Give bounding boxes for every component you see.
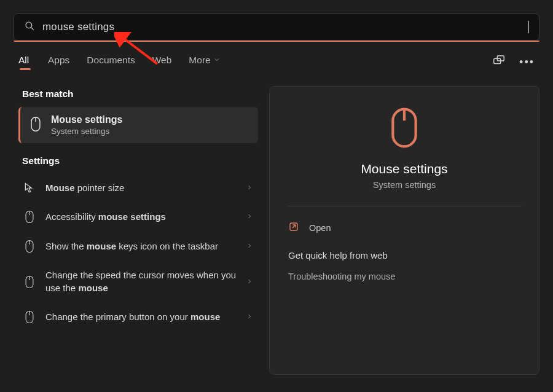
svg-line-18 bbox=[292, 225, 296, 228]
tab-label: Apps bbox=[48, 55, 69, 66]
settings-result-item[interactable]: Mouse pointer size bbox=[18, 174, 258, 202]
best-match-result[interactable]: Mouse settings System settings bbox=[18, 107, 258, 143]
tab-apps[interactable]: Apps bbox=[48, 55, 69, 69]
search-bar[interactable] bbox=[14, 14, 539, 41]
tab-active-underline bbox=[20, 68, 31, 70]
search-icon bbox=[24, 20, 35, 34]
text-caret bbox=[528, 21, 529, 33]
settings-item-label: Show the mouse keys icon on the taskbar bbox=[45, 240, 237, 253]
mouse-icon bbox=[22, 210, 37, 224]
cursor-icon bbox=[22, 182, 37, 194]
chevron-right-icon bbox=[246, 211, 253, 222]
tab-label: More bbox=[189, 55, 210, 66]
tab-label: Web bbox=[152, 55, 172, 66]
settings-result-item[interactable]: Show the mouse keys icon on the taskbar bbox=[18, 232, 258, 261]
chevron-right-icon bbox=[246, 312, 253, 323]
preview-mouse-icon bbox=[287, 105, 522, 151]
chevron-right-icon bbox=[246, 276, 253, 288]
preview-title: Mouse settings bbox=[287, 162, 522, 176]
best-match-header: Best match bbox=[22, 88, 258, 100]
tab-web[interactable]: Web bbox=[152, 55, 172, 69]
preview-subtitle: System settings bbox=[287, 180, 522, 190]
tab-documents[interactable]: Documents bbox=[87, 55, 135, 69]
best-match-title: Mouse settings bbox=[51, 114, 122, 125]
svg-point-0 bbox=[26, 22, 32, 28]
filter-tabs: All Apps Documents Web More ••• bbox=[0, 42, 553, 70]
svg-line-1 bbox=[31, 28, 34, 30]
open-label: Open bbox=[309, 223, 331, 233]
tab-label: All bbox=[18, 55, 29, 66]
chevron-right-icon bbox=[246, 241, 253, 252]
tab-more[interactable]: More bbox=[189, 55, 220, 69]
settings-result-item[interactable]: Change the primary button on your mouse bbox=[18, 302, 258, 332]
settings-item-label: Accessibility mouse settings bbox=[45, 211, 237, 223]
mouse-icon bbox=[22, 310, 37, 324]
settings-item-label: Change the speed the cursor moves when y… bbox=[45, 269, 237, 294]
settings-result-item[interactable]: Change the speed the cursor moves when y… bbox=[18, 261, 258, 302]
settings-item-label: Mouse pointer size bbox=[45, 182, 237, 194]
chevron-right-icon bbox=[246, 182, 253, 194]
settings-result-item[interactable]: Accessibility mouse settings bbox=[18, 202, 258, 232]
help-header: Get quick help from web bbox=[287, 246, 522, 269]
mouse-icon bbox=[29, 116, 42, 135]
settings-header: Settings bbox=[22, 155, 258, 167]
divider bbox=[287, 206, 522, 206]
help-link[interactable]: Troubleshooting my mouse bbox=[287, 269, 522, 284]
chat-icon[interactable] bbox=[492, 54, 506, 70]
open-action[interactable]: Open bbox=[287, 218, 522, 246]
open-icon bbox=[288, 221, 299, 234]
settings-item-label: Change the primary button on your mouse bbox=[45, 311, 237, 323]
tab-all[interactable]: All bbox=[18, 55, 31, 69]
mouse-icon bbox=[22, 240, 37, 253]
best-match-subtitle: System settings bbox=[51, 127, 122, 136]
mouse-icon bbox=[22, 275, 37, 289]
preview-pane: Mouse settings System settings Open Get … bbox=[269, 86, 539, 375]
tab-label: Documents bbox=[87, 55, 135, 66]
chevron-down-icon bbox=[213, 55, 221, 66]
more-options-icon[interactable]: ••• bbox=[519, 56, 535, 69]
search-input[interactable] bbox=[42, 21, 526, 33]
